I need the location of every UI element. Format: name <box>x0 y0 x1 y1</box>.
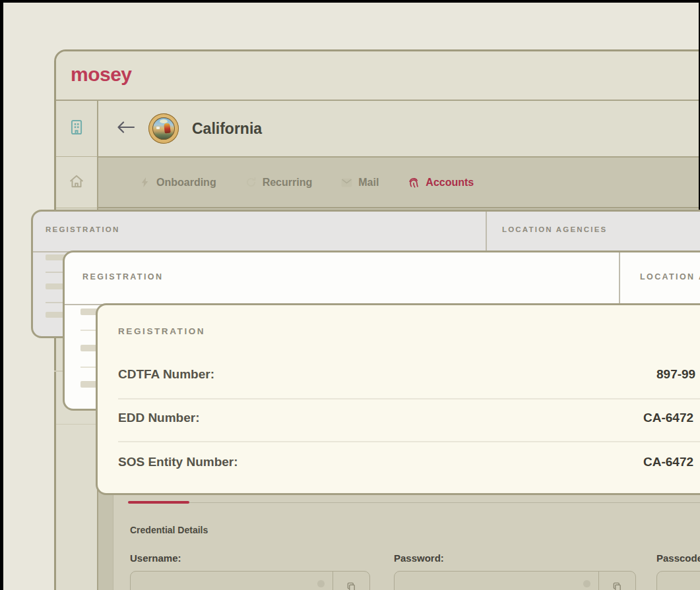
passcode-input[interactable] <box>656 571 700 590</box>
top-bar: mosey <box>56 51 700 101</box>
tab-onboarding[interactable]: Onboarding <box>139 177 216 189</box>
california-state-seal <box>148 113 179 144</box>
cdtfa-number-value: 897-99 <box>656 367 695 382</box>
edd-number-label: EDD Number: <box>118 411 200 425</box>
page-title: California <box>192 120 262 138</box>
seal-art <box>152 117 175 140</box>
sidebar-item-company[interactable] <box>56 101 97 157</box>
tab-label: Accounts <box>426 177 474 189</box>
page-header: California <box>98 101 700 158</box>
tab-location-agencies[interactable]: LOCATION AGENCIES <box>640 272 700 281</box>
refresh-icon <box>245 177 257 188</box>
copy-password-button[interactable] <box>598 572 635 590</box>
sos-entity-number-label: SOS Entity Number: <box>118 455 238 469</box>
sidebar-item-home[interactable] <box>56 158 97 208</box>
registration-section-label: REGISTRATION <box>118 326 205 336</box>
username-label: Username: <box>130 552 181 564</box>
tab-registration[interactable]: REGISTRATION <box>82 272 163 281</box>
tab-location-agencies[interactable]: LOCATION AGENCIES <box>502 225 607 233</box>
card-tab-divider <box>486 212 487 251</box>
frame-edge-left <box>0 0 3 590</box>
sidebar-cell-divider <box>54 370 63 372</box>
tab-accounts[interactable]: Accounts <box>408 177 474 189</box>
row-separator <box>118 441 700 442</box>
passcode-value-area[interactable] <box>657 572 700 590</box>
username-input[interactable] <box>130 571 370 590</box>
card-tab-divider <box>619 252 620 304</box>
active-tab-indicator <box>128 501 189 504</box>
tab-label: Recurring <box>263 177 313 189</box>
tab-label: Onboarding <box>156 177 216 189</box>
password-value-area[interactable] <box>395 572 598 590</box>
tab-registration[interactable]: REGISTRATION <box>46 225 119 233</box>
tab-divider-line <box>189 502 700 503</box>
tab-label: Mail <box>358 177 379 189</box>
row-separator <box>118 398 700 399</box>
lightning-icon <box>139 177 150 188</box>
eye-icon[interactable] <box>583 580 590 587</box>
cdtfa-number-label: CDTFA Number: <box>118 367 214 382</box>
registration-card-front: REGISTRATION CDTFA Number: 897-99 EDD Nu… <box>96 303 700 495</box>
mosey-logo[interactable]: mosey <box>71 63 132 86</box>
sos-entity-number-value: CA-6472 <box>643 455 693 469</box>
tab-recurring[interactable]: Recurring <box>245 177 313 189</box>
mail-icon <box>341 178 352 187</box>
frame-edge-top <box>0 0 700 3</box>
edd-number-value: CA-6472 <box>643 411 693 425</box>
tab-mail[interactable]: Mail <box>341 177 379 189</box>
home-icon <box>68 173 85 192</box>
fingerprint-icon <box>408 177 420 189</box>
building-icon <box>68 119 85 138</box>
screenshot-stage: mosey <box>0 0 700 590</box>
credential-details-title: Credential Details <box>130 525 208 535</box>
section-tabs: Onboarding Recurring Mai <box>98 158 700 208</box>
eye-icon[interactable] <box>317 580 325 587</box>
back-button[interactable] <box>117 121 135 136</box>
copy-username-button[interactable] <box>333 572 369 590</box>
password-input[interactable] <box>394 571 636 590</box>
passcode-label: Passcode: <box>656 552 700 564</box>
username-value-area[interactable] <box>131 572 333 590</box>
password-label: Password: <box>394 552 444 564</box>
